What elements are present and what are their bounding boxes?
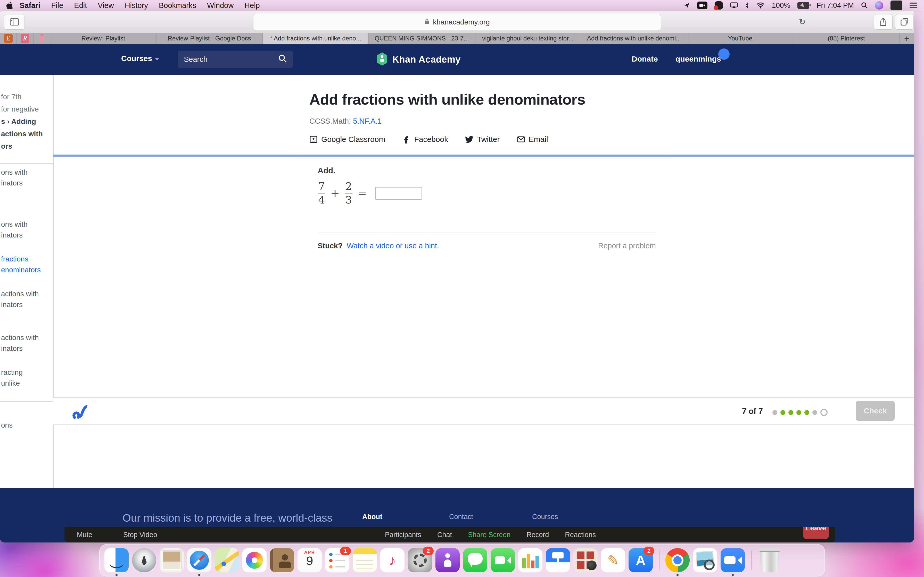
menu-item-edit[interactable]: Edit	[74, 1, 87, 10]
location-icon[interactable]	[684, 2, 690, 8]
footer-link-contact[interactable]: Contact	[449, 513, 473, 521]
share-classroom[interactable]: Google Classroom	[309, 135, 385, 144]
sidebar-item[interactable]: actions withinators	[0, 288, 39, 310]
pinned-tab-jar[interactable]	[34, 33, 50, 44]
zoom-control-share-screen[interactable]: Share Screen	[468, 531, 510, 539]
menu-item-safari[interactable]: Safari	[19, 1, 40, 10]
dock-app-store-icon[interactable]: A2	[628, 548, 653, 572]
tab-5[interactable]: vigilante ghoul deku texting stor...	[475, 33, 581, 44]
zoom-control-mute[interactable]: Mute	[77, 531, 92, 539]
keynote-app-icon	[546, 548, 570, 572]
khan-academy-logo[interactable]: Khan Academy	[376, 52, 461, 67]
tab-3[interactable]: * Add fractions with unlike deno...	[263, 33, 369, 44]
menu-item-help[interactable]: Help	[244, 1, 260, 10]
share-button[interactable]	[874, 14, 893, 30]
new-tab-button[interactable]: +	[900, 33, 914, 44]
sidebar-item-active[interactable]: fractionsenominators	[0, 254, 41, 276]
apple-icon[interactable]	[6, 2, 13, 9]
courses-menu[interactable]: Courses	[121, 54, 159, 63]
dock-calendar-icon[interactable]: APR9	[297, 548, 322, 572]
reload-icon[interactable]: ↻	[799, 17, 806, 27]
dock-chrome-icon[interactable]	[666, 548, 690, 572]
tab-4[interactable]: QUEEN MING SIMMONS - 23-7...	[369, 33, 475, 44]
dock-system-preferences-icon[interactable]: 2	[408, 548, 432, 572]
zoom-control-chat[interactable]: Chat	[437, 531, 452, 539]
pinned-tab-etsy[interactable]: E	[0, 33, 17, 44]
search-icon[interactable]	[278, 54, 287, 64]
menu-clock[interactable]: Fri 7:04 PM	[816, 1, 854, 10]
leave-meeting-button[interactable]: Leave	[803, 527, 829, 539]
khan-search-input[interactable]: Search	[178, 51, 293, 68]
question-prompt: Add.	[318, 166, 335, 176]
dock-zoom-icon[interactable]	[720, 548, 745, 572]
sidebar-toggle-button[interactable]	[4, 14, 25, 30]
pinned-tab-rose[interactable]: R	[17, 33, 34, 44]
input-switcher-icon[interactable]	[890, 0, 902, 10]
address-bar[interactable]: khanacademy.org	[253, 14, 661, 31]
zoom-control-reactions[interactable]: Reactions	[565, 531, 596, 539]
dock-music-icon[interactable]: ♪	[380, 548, 404, 572]
zoom-control-stop-video[interactable]: Stop Video	[123, 531, 157, 539]
dock-facetime-icon[interactable]	[491, 548, 515, 572]
zoom-camera-status-icon[interactable]	[697, 2, 708, 9]
zoom-control-record[interactable]: Record	[527, 531, 549, 539]
dock-mail-icon[interactable]	[160, 548, 184, 572]
tab-overview-button[interactable]	[895, 14, 914, 30]
sidebar-item[interactable]: ons	[0, 420, 13, 431]
share-email[interactable]: Email	[517, 135, 548, 144]
menu-item-history[interactable]: History	[125, 1, 148, 10]
report-problem-link[interactable]: Report a problem	[598, 242, 656, 250]
username-menu[interactable]: queenmings	[675, 55, 721, 63]
sidebar-item[interactable]: ons withinators	[0, 219, 27, 240]
dock-preview-icon[interactable]	[693, 548, 717, 572]
dock-launchpad-icon[interactable]	[132, 548, 156, 572]
dock-podcasts-icon[interactable]	[435, 548, 460, 572]
progress-dot-green	[804, 410, 809, 415]
menu-item-file[interactable]: File	[51, 1, 63, 10]
tab-7[interactable]: YouTube	[687, 33, 793, 44]
bluetooth-icon[interactable]	[745, 2, 749, 9]
screen-record-status-icon[interactable]	[715, 1, 723, 10]
dock-keynote-icon[interactable]	[546, 548, 570, 572]
dock-pages-icon[interactable]: ✎	[601, 548, 625, 572]
share-facebook[interactable]: Facebook	[402, 135, 448, 144]
footer-link-about[interactable]: About	[362, 513, 382, 521]
menu-item-window[interactable]: Window	[207, 1, 234, 10]
dock-contacts-icon[interactable]	[270, 548, 294, 572]
check-button[interactable]: Check	[856, 401, 895, 421]
tab-8[interactable]: (85) Pinterest	[793, 33, 900, 44]
dock-photo-booth-icon[interactable]	[573, 548, 598, 572]
dock-trash-icon[interactable]	[758, 548, 782, 572]
dock-numbers-icon[interactable]	[518, 548, 543, 572]
dock-photos-icon[interactable]	[242, 548, 267, 572]
hint-link[interactable]: Watch a video or use a hint.	[347, 242, 439, 250]
dock-finder-icon[interactable]	[104, 548, 129, 572]
tab-2[interactable]: Review-Playlist - Google Docs	[157, 33, 263, 44]
menu-item-bookmarks[interactable]: Bookmarks	[159, 1, 196, 10]
donate-link[interactable]: Donate	[632, 55, 658, 63]
scratchpad-icon[interactable]	[72, 403, 88, 421]
spotlight-icon[interactable]	[861, 2, 868, 9]
dock-maps-icon[interactable]	[215, 548, 239, 572]
airplay-icon[interactable]	[730, 2, 738, 9]
dock-safari-icon[interactable]	[187, 548, 212, 572]
zoom-control-participants[interactable]: Participants	[385, 531, 421, 539]
sidebar-item[interactable]: ons withinators	[0, 167, 27, 189]
dock-messages-icon[interactable]	[463, 548, 487, 572]
answer-input[interactable]	[375, 187, 422, 200]
stuck-row: Stuck? Watch a video or use a hint. Repo…	[318, 242, 656, 250]
sidebar-item[interactable]: ractingunlike	[0, 367, 23, 389]
tab-1[interactable]: Review- Playlist	[50, 33, 157, 44]
zoom-meeting-bar: MuteStop Video ParticipantsChatShare Scr…	[65, 527, 835, 543]
tab-6[interactable]: Add fractions with unlike denomi...	[581, 33, 687, 44]
footer-link-courses[interactable]: Courses	[532, 513, 558, 521]
sidebar-item[interactable]: actions withinators	[0, 332, 39, 354]
standard-link[interactable]: 5.NF.A.1	[353, 117, 381, 125]
notification-center-icon[interactable]	[909, 1, 917, 10]
wifi-icon[interactable]	[756, 2, 765, 8]
share-twitter[interactable]: Twitter	[465, 135, 500, 144]
menu-item-view[interactable]: View	[98, 1, 114, 10]
dock-notes-icon[interactable]	[353, 548, 377, 572]
dock-reminders-icon[interactable]: 1	[325, 548, 349, 572]
siri-icon[interactable]	[875, 1, 883, 10]
